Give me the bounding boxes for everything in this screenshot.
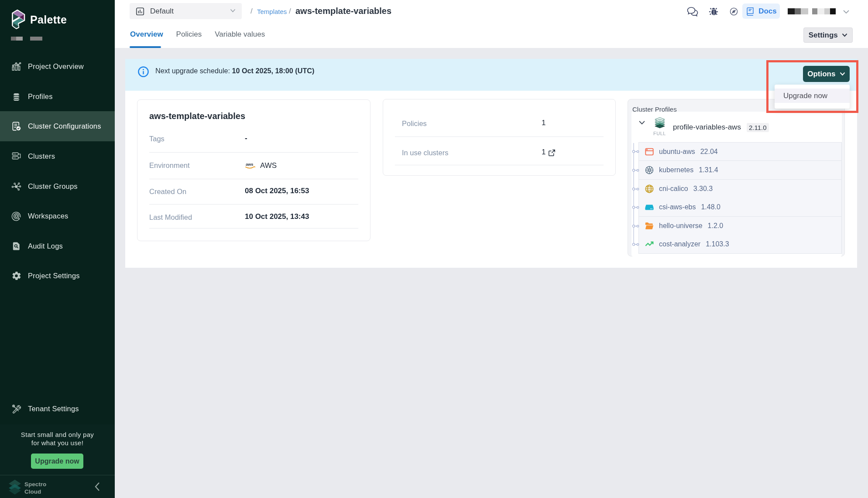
svg-text:aws: aws	[246, 162, 254, 167]
